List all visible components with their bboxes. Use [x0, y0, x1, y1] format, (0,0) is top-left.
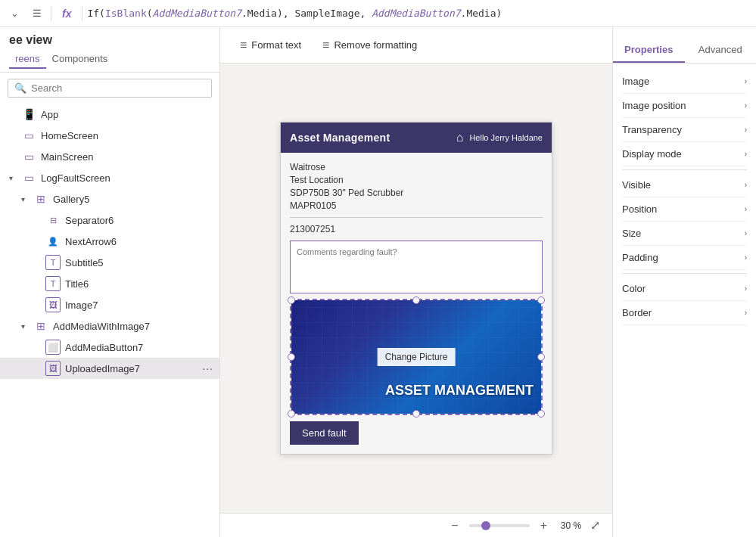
- tab-advanced[interactable]: Advanced: [685, 38, 757, 63]
- tree-item-addmediabutton7[interactable]: ⬜ AddMediaButton7: [0, 337, 219, 358]
- tree-item-nextarrow6[interactable]: 👤 NextArrow6: [0, 231, 219, 252]
- property-position-label: Position: [622, 203, 657, 215]
- handle-top-mid[interactable]: [412, 296, 420, 304]
- section-divider-2: [622, 273, 747, 274]
- property-display-mode-label: Display mode: [622, 148, 682, 160]
- home-icon: ⌂: [456, 131, 464, 144]
- image7-icon: 🖼: [45, 297, 61, 312]
- property-image[interactable]: Image ›: [622, 70, 747, 94]
- property-border-label: Border: [622, 307, 652, 318]
- format-text-button[interactable]: ≡ Format text: [232, 34, 309, 57]
- property-transparency-label: Transparency: [622, 124, 682, 135]
- tree-item-uploadedimage7[interactable]: 🖼 UploadedImage7 ···: [0, 358, 219, 379]
- tree-item-mainscreen[interactable]: ▭ MainScreen: [0, 146, 219, 167]
- addmediabutton7-icon: ⬜: [45, 340, 61, 355]
- app-image-label: ASSET MANAGEMENT: [385, 383, 534, 399]
- collapse-button[interactable]: ⌄: [6, 6, 23, 20]
- change-picture-button[interactable]: Change Picture: [378, 348, 456, 366]
- zoom-track[interactable]: [469, 524, 530, 527]
- property-visible-chevron: ›: [745, 181, 747, 189]
- property-border-chevron: ›: [745, 309, 747, 317]
- tree-item-subtitle5[interactable]: T Subtitle5: [0, 252, 219, 273]
- app-header: Asset Management ⌂ Hello Jerry Haldane: [281, 123, 552, 153]
- property-size-label: Size: [622, 228, 641, 239]
- handle-mid-right[interactable]: [537, 353, 545, 361]
- property-padding[interactable]: Padding ›: [622, 246, 747, 270]
- zoom-thumb[interactable]: [481, 521, 490, 530]
- main-layout: ee view reens Components 🔍 📱 App ▭ HomeS…: [0, 27, 756, 537]
- tab-components[interactable]: Components: [46, 50, 114, 69]
- property-image-label: Image: [622, 76, 649, 87]
- zoom-minus-button[interactable]: −: [446, 517, 462, 534]
- tab-screens[interactable]: reens: [9, 50, 46, 69]
- property-color[interactable]: Color ›: [622, 277, 747, 301]
- tree-item-separator6[interactable]: ⊟ Separator6: [0, 210, 219, 231]
- toolbar: ≡ Format text ≡ Remove formatting: [220, 27, 612, 64]
- expand-icon[interactable]: ⤢: [590, 518, 600, 532]
- sidebar-tabs: reens Components: [9, 50, 210, 69]
- remove-formatting-icon: ≡: [322, 39, 329, 52]
- canvas-area: ≡ Format text ≡ Remove formatting Asset …: [220, 27, 612, 537]
- property-image-position[interactable]: Image position ›: [622, 94, 747, 118]
- tree-item-logfaultscreen[interactable]: ▾ ▭ LogFaultScreen: [0, 167, 219, 188]
- format-text-label: Format text: [251, 39, 301, 51]
- zoom-plus-button[interactable]: +: [536, 517, 552, 534]
- uploadedimage7-menu[interactable]: ···: [202, 362, 213, 374]
- addmediawithimage7-label: AddMediaWithImage7: [53, 321, 213, 332]
- handle-top-right[interactable]: [537, 296, 545, 304]
- canvas-viewport: Asset Management ⌂ Hello Jerry Haldane W…: [220, 64, 612, 513]
- property-color-label: Color: [622, 283, 646, 294]
- app-preview: Asset Management ⌂ Hello Jerry Haldane W…: [280, 122, 552, 455]
- chevron-gallery5: ▾: [21, 195, 33, 203]
- search-input[interactable]: [31, 82, 205, 94]
- property-size-chevron: ›: [745, 229, 747, 237]
- property-display-mode[interactable]: Display mode ›: [622, 142, 747, 166]
- property-color-chevron: ›: [745, 284, 747, 293]
- formula-input[interactable]: If(IsBlank(AddMediaButton7.Media), Sampl…: [87, 8, 750, 19]
- right-panel-content: Image › Image position › Transparency › …: [613, 64, 756, 537]
- remove-formatting-button[interactable]: ≡ Remove formatting: [315, 34, 425, 57]
- app-header-right: ⌂ Hello Jerry Haldane: [456, 131, 543, 144]
- tree-item-app[interactable]: 📱 App: [0, 104, 219, 125]
- property-border[interactable]: Border ›: [622, 301, 747, 325]
- image7-label: Image7: [65, 300, 213, 311]
- property-position-chevron: ›: [745, 205, 747, 213]
- separator2: [82, 6, 82, 21]
- mainscreen-icon: ▭: [21, 149, 36, 164]
- property-visible[interactable]: Visible ›: [622, 173, 747, 197]
- subtitle5-label: Subtitle5: [65, 257, 213, 268]
- handle-bot-left[interactable]: [288, 410, 295, 417]
- field-code: MAPR0105: [290, 200, 543, 211]
- app-content: Waitrose Test Location SDP750B 30" Ped S…: [281, 153, 552, 454]
- tab-properties[interactable]: Properties: [613, 38, 685, 63]
- nextarrow6-icon: 👤: [45, 234, 61, 249]
- nextarrow6-label: NextArrow6: [65, 236, 213, 247]
- chevron-addmedia: ▾: [21, 322, 33, 331]
- separator6-icon: ⊟: [45, 213, 61, 228]
- app-textarea[interactable]: [290, 241, 543, 293]
- property-transparency[interactable]: Transparency ›: [622, 118, 747, 142]
- section-divider-1: [622, 169, 747, 170]
- sidebar: ee view reens Components 🔍 📱 App ▭ HomeS…: [0, 27, 220, 537]
- tree-item-image7[interactable]: 🖼 Image7: [0, 294, 219, 315]
- property-position[interactable]: Position ›: [622, 197, 747, 222]
- menu-button[interactable]: ☰: [28, 6, 46, 20]
- app-image-container[interactable]: Change Picture ASSET MANAGEMENT: [290, 299, 543, 415]
- property-image-position-label: Image position: [622, 100, 686, 111]
- handle-bot-right[interactable]: [537, 410, 545, 417]
- tree-item-homescreen[interactable]: ▭ HomeScreen: [0, 125, 219, 146]
- property-display-mode-chevron: ›: [745, 150, 747, 158]
- app-header-title: Asset Management: [290, 132, 390, 144]
- tree-item-addmediawithimage7[interactable]: ▾ ⊞ AddMediaWithImage7: [0, 315, 219, 337]
- title6-label: Title6: [65, 278, 213, 290]
- handle-bot-mid[interactable]: [412, 410, 420, 417]
- sidebar-title: ee view: [9, 33, 210, 47]
- send-fault-button[interactable]: Send fault: [290, 421, 359, 445]
- tree-item-title6[interactable]: T Title6: [0, 273, 219, 294]
- handle-top-left[interactable]: [288, 296, 295, 304]
- handle-mid-left[interactable]: [288, 353, 295, 361]
- property-size[interactable]: Size ›: [622, 222, 747, 246]
- remove-formatting-label: Remove formatting: [334, 39, 417, 51]
- property-transparency-chevron: ›: [745, 126, 747, 134]
- tree-item-gallery5[interactable]: ▾ ⊞ Gallery5: [0, 188, 219, 210]
